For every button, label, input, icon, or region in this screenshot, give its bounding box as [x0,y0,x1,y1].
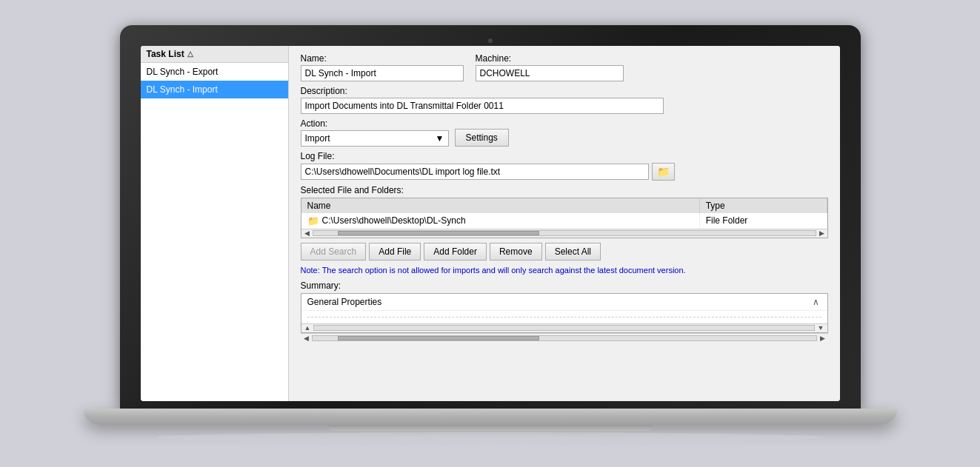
summary-divider [307,317,821,318]
files-label: Selected File and Folders: [301,185,828,195]
laptop-wrapper: Task List △ DL Synch - Export DL Synch -… [120,25,861,443]
note-text: Note: The search option is not allowed f… [301,265,828,276]
description-label: Description: [301,86,828,96]
logfile-row: Log File: 📁 [301,151,828,181]
files-section: Selected File and Folders: Name Type [301,185,828,238]
sort-icon: △ [187,50,193,58]
name-label: Name: [301,53,464,64]
summary-header-row: General Properties ∧ [301,294,827,311]
machine-group: Machine: [476,53,624,81]
summary-title: General Properties [307,297,382,307]
summary-scroll-track[interactable] [313,325,814,331]
logfile-input-row: 📁 [301,163,828,181]
summary-scroll-down-icon[interactable]: ▼ [816,324,826,332]
laptop-screen: Task List △ DL Synch - Export DL Synch -… [141,46,840,401]
summary-label: Summary: [301,280,828,291]
scroll-left-icon[interactable]: ◀ [303,229,311,237]
action-value: Import [305,133,330,144]
sidebar-header: Task List △ [141,46,288,63]
settings-button[interactable]: Settings [455,129,509,147]
remove-button[interactable]: Remove [490,243,542,261]
machine-input[interactable] [476,65,624,81]
name-group: Name: [301,53,464,81]
file-type-cell: File Folder [699,213,827,229]
summary-section: Summary: General Properties ∧ ▲ [301,280,828,333]
name-machine-row: Name: Machine: [301,53,828,81]
bottom-scrollbar[interactable]: ◀ ▶ [301,333,828,343]
summary-box: General Properties ∧ ▲ ▼ [301,293,828,333]
files-table-wrapper: Name Type 📁 C:\ [301,198,828,238]
col-name-header: Name [301,198,700,213]
app-container: Task List △ DL Synch - Export DL Synch -… [141,46,840,401]
main-content: Name: Machine: Description: [289,46,840,401]
add-folder-button[interactable]: Add Folder [424,243,487,261]
file-path: C:\Users\dhowell\Desktop\DL-Synch [322,215,466,226]
collapse-button[interactable]: ∧ [810,297,821,307]
bottom-scroll-thumb [338,336,539,340]
laptop-reflection [157,432,824,443]
summary-scrollbar[interactable]: ▲ ▼ [301,323,827,332]
select-all-button[interactable]: Select All [545,243,601,261]
folder-icon: 📁 [307,215,319,226]
table-row[interactable]: 📁 C:\Users\dhowell\Desktop\DL-Synch File… [301,213,827,229]
action-row: Action: Import ▼ Settings [301,118,828,147]
scroll-thumb [338,231,539,235]
laptop-bezel: Task List △ DL Synch - Export DL Synch -… [120,25,861,409]
add-search-button[interactable]: Add Search [301,243,367,261]
logfile-browse-button[interactable]: 📁 [652,163,675,181]
description-group: Description: [301,86,828,114]
scroll-right-icon[interactable]: ▶ [818,229,826,237]
laptop-base [83,409,898,425]
logfile-input[interactable] [301,164,649,180]
sidebar-item-import[interactable]: DL Synch - Import [141,81,288,98]
bottom-scroll-left-icon[interactable]: ◀ [302,335,310,342]
add-file-button[interactable]: Add File [369,243,421,261]
bottom-scroll-right-icon[interactable]: ▶ [819,335,827,342]
description-input[interactable] [301,98,664,114]
action-label: Action: [301,118,449,129]
dropdown-arrow-icon: ▼ [436,133,444,144]
logfile-label: Log File: [301,151,828,161]
action-buttons-row: Add Search Add File Add Folder Remove Se… [301,243,828,261]
summary-content [301,311,827,323]
col-type-header: Type [699,198,827,213]
horizontal-scrollbar[interactable]: ◀ ▶ [301,229,827,238]
file-name-cell: 📁 C:\Users\dhowell\Desktop\DL-Synch [301,213,700,229]
scroll-track[interactable] [313,230,816,236]
action-group: Action: Import ▼ [301,118,449,147]
files-table: Name Type 📁 C:\ [301,198,827,229]
camera-dot [488,38,493,43]
sidebar-item-export[interactable]: DL Synch - Export [141,63,288,81]
sidebar: Task List △ DL Synch - Export DL Synch -… [141,46,289,401]
machine-label: Machine: [476,53,624,64]
summary-scroll-up-icon[interactable]: ▲ [303,324,313,332]
bottom-scroll-track[interactable] [312,335,817,341]
name-input[interactable] [301,65,464,81]
action-dropdown[interactable]: Import ▼ [301,130,449,147]
task-list-title: Task List [147,49,184,59]
